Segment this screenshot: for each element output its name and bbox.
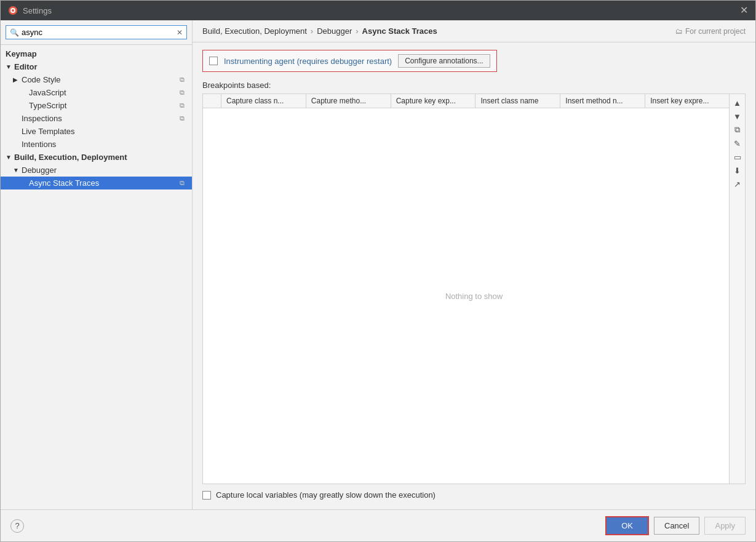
sidebar-item-javascript[interactable]: JavaScript ⧉ [1,86,192,99]
sidebar-item-label: TypeScript [29,101,66,110]
close-button[interactable]: ✕ [740,6,748,15]
apply-button[interactable]: Apply [704,517,746,535]
copy-icon: ⧉ [180,102,185,110]
sidebar-item-label: Keymap [6,49,37,58]
sidebar-item-label: Build, Execution, Deployment [14,153,127,162]
copy-icon: ⧉ [180,76,185,84]
sidebar-item-label: Inspections [22,114,62,123]
copy-icon: ⧉ [180,179,185,187]
breadcrumb-sep-1: › [311,26,313,36]
dialog-footer: ? OK Cancel Apply [1,509,755,541]
footer-right: OK Cancel Apply [605,516,746,535]
instrumenting-agent-checkbox[interactable] [209,57,218,65]
footer-left: ? [10,519,24,533]
expand-arrow-icon: ▼ [6,154,12,161]
sidebar-item-intentions[interactable]: Intentions [1,138,192,151]
th-capture-method[interactable]: Capture metho... [306,94,391,108]
title-bar-title: Settings [23,6,52,15]
nothing-to-show-label: Nothing to show [445,292,503,301]
dialog-body: 🔍 ✕ Keymap ▼ Editor ▶ Code Style [1,20,755,509]
move-down-button[interactable]: ▼ [731,110,744,122]
settings-dialog: Settings ✕ 🔍 ✕ Keymap ▼ E [0,0,756,542]
for-current-project: 🗂 For current project [675,27,746,36]
sidebar-item-label: Async Stack Traces [29,178,99,188]
search-input[interactable] [22,28,174,37]
sidebar-item-inspections[interactable]: Inspections ⧉ [1,112,192,125]
main-content: Build, Execution, Deployment › Debugger … [193,20,755,509]
search-clear-button[interactable]: ✕ [177,28,183,37]
breakpoints-table: Capture class n... Capture metho... Capt… [202,94,746,484]
right-toolbar: ▲ ▼ ⧉ ✎ ▭ ⬇ ↗ [729,94,745,484]
table-button[interactable]: ▭ [731,151,744,163]
sidebar-item-label: Code Style [22,75,61,84]
sidebar-item-editor[interactable]: ▼ Editor [1,60,192,73]
copy-icon: ⧉ [180,114,185,122]
sidebar-item-async-stack-traces[interactable]: Async Stack Traces ⧉ [1,177,192,189]
sidebar-tree: Keymap ▼ Editor ▶ Code Style ⧉ JavaScrip… [1,45,192,509]
sidebar-item-keymap[interactable]: Keymap [1,47,192,60]
breadcrumb-bar: Build, Execution, Deployment › Debugger … [193,20,755,42]
th-insert-class[interactable]: Insert class name [475,94,560,108]
instrumenting-agent-label: Instrumenting agent (requires debugger r… [224,57,392,66]
sidebar-item-live-templates[interactable]: Live Templates [1,125,192,138]
svg-point-2 [12,9,14,12]
sidebar: 🔍 ✕ Keymap ▼ Editor ▶ Code Style [1,20,193,509]
agent-row: Instrumenting agent (requires debugger r… [202,50,497,72]
copy-row-button[interactable]: ⧉ [731,124,744,136]
th-checkbox-col [203,94,221,108]
search-box: 🔍 ✕ [1,20,192,45]
breakpoints-label: Breakpoints based: [202,81,746,90]
sidebar-item-debugger[interactable]: ▼ Debugger [1,164,192,177]
for-current-project-label: For current project [685,27,746,36]
table-header: Capture class n... Capture metho... Capt… [203,94,745,108]
expand-arrow-icon: ▼ [13,167,19,173]
title-bar-left: Settings [8,6,52,15]
sidebar-item-label: JavaScript [29,88,66,97]
th-capture-key[interactable]: Capture key exp... [391,94,476,108]
copy-icon: ⧉ [180,89,185,97]
search-icon: 🔍 [10,28,19,37]
cancel-button[interactable]: Cancel [654,517,699,535]
capture-local-row: Capture local variables (may greatly slo… [202,484,746,502]
download-button[interactable]: ⬇ [731,164,744,177]
sidebar-item-typescript[interactable]: TypeScript ⧉ [1,99,192,112]
configure-annotations-button[interactable]: Configure annotations... [398,54,490,68]
search-input-wrap: 🔍 ✕ [6,25,187,39]
breadcrumb-part-1: Build, Execution, Deployment [202,26,307,36]
capture-local-checkbox[interactable] [202,491,211,500]
app-icon [8,6,18,15]
breadcrumb-sep-2: › [356,26,358,36]
expand-arrow-icon: ▶ [13,76,19,83]
sidebar-item-label: Live Templates [22,127,74,136]
ok-button[interactable]: OK [605,516,649,535]
breadcrumb-part-3: Async Stack Traces [362,26,437,36]
sidebar-item-label: Intentions [22,140,56,149]
help-button[interactable]: ? [10,519,24,533]
th-insert-method[interactable]: Insert method n... [560,94,645,108]
project-icon: 🗂 [675,27,683,36]
move-up-button[interactable]: ▲ [731,97,744,109]
th-capture-class[interactable]: Capture class n... [221,94,306,108]
th-insert-key[interactable]: Insert key expre... [645,94,730,108]
content-area: Instrumenting agent (requires debugger r… [193,42,755,509]
table-body: Nothing to show [203,108,745,484]
edit-button[interactable]: ✎ [731,137,744,149]
export-button[interactable]: ↗ [731,178,744,190]
sidebar-item-label: Debugger [22,165,57,175]
sidebar-item-label: Editor [14,62,38,71]
title-bar: Settings ✕ [1,1,755,20]
breadcrumb-part-2: Debugger [317,26,352,36]
breadcrumb: Build, Execution, Deployment › Debugger … [202,26,437,36]
expand-arrow-icon: ▼ [6,63,12,70]
capture-local-label: Capture local variables (may greatly slo… [216,490,436,500]
sidebar-item-build-execution[interactable]: ▼ Build, Execution, Deployment [1,151,192,164]
sidebar-item-code-style[interactable]: ▶ Code Style ⧉ [1,73,192,86]
